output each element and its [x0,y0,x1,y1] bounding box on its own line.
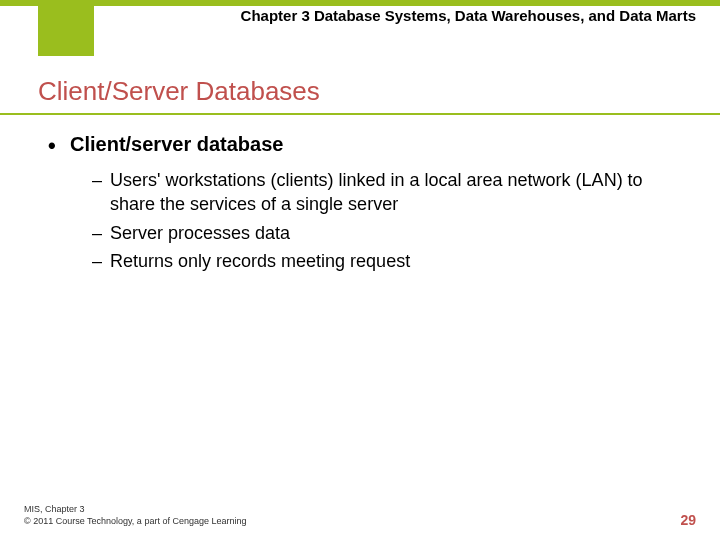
list-item: Server processes data [92,221,682,245]
page-number: 29 [680,512,696,528]
slide-footer: MIS, Chapter 3 © 2011 Course Technology,… [24,503,696,528]
header-accent-square [38,0,94,56]
sub-bullet-list: Users' workstations (clients) linked in … [48,168,682,273]
footer-copyright: © 2011 Course Technology, a part of Ceng… [24,515,246,528]
section-divider [0,113,720,115]
slide-content: Client/server database Users' workstatio… [0,133,720,273]
slide-header: Chapter 3 Database Systems, Data Warehou… [0,0,720,56]
main-bullet: Client/server database [48,133,682,156]
footer-chapter-ref: MIS, Chapter 3 [24,503,246,516]
section-title: Client/Server Databases [38,76,720,107]
footer-credits: MIS, Chapter 3 © 2011 Course Technology,… [24,503,246,528]
list-item: Users' workstations (clients) linked in … [92,168,682,217]
list-item: Returns only records meeting request [92,249,682,273]
chapter-title: Chapter 3 Database Systems, Data Warehou… [140,6,696,26]
